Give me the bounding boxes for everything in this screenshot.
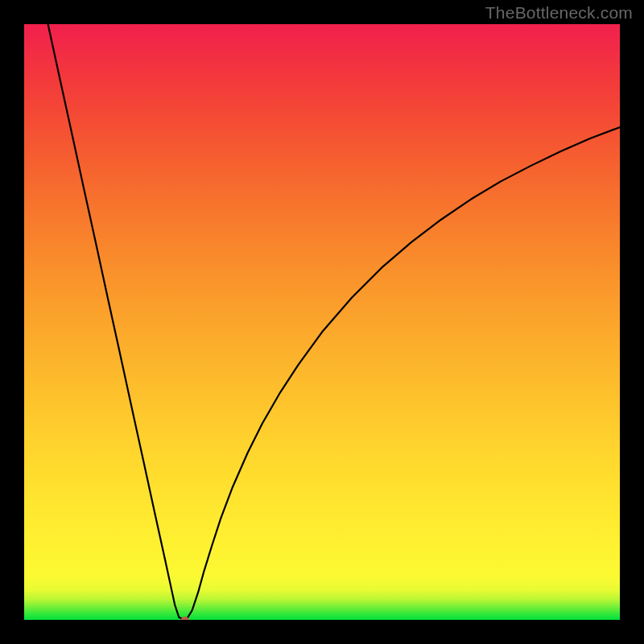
plot-area (24, 24, 620, 620)
chart-svg (24, 24, 620, 620)
watermark-text: TheBottleneck.com (485, 3, 633, 23)
chart-frame: TheBottleneck.com (0, 0, 644, 644)
bottleneck-curve (48, 24, 620, 619)
